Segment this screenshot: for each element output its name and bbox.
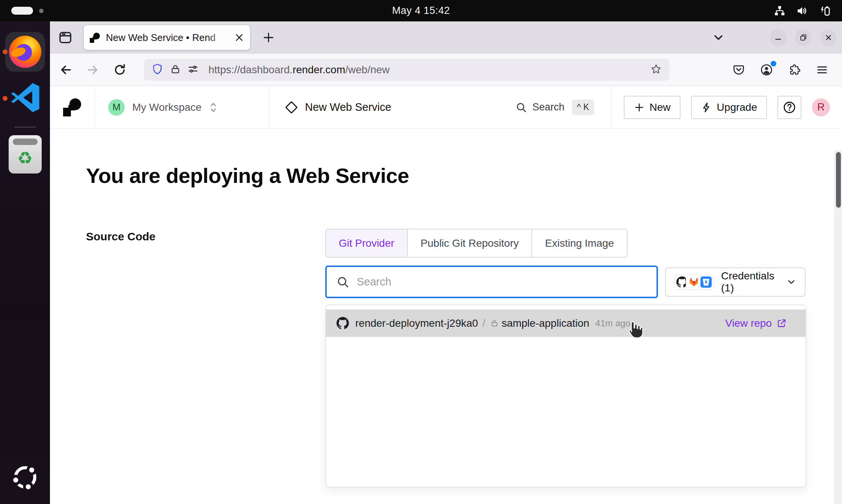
- dock-item-trash[interactable]: ♻: [0, 134, 50, 175]
- render-favicon-icon: [90, 33, 100, 43]
- firefox-icon: [9, 36, 41, 68]
- window-close-button[interactable]: [820, 29, 837, 46]
- scrollbar-thumb[interactable]: [836, 152, 841, 208]
- window-restore-button[interactable]: [795, 29, 812, 46]
- github-icon: [336, 317, 349, 329]
- private-lock-icon: [490, 319, 499, 327]
- search-label: Search: [532, 101, 564, 113]
- dock-item-vscode[interactable]: [0, 78, 50, 119]
- extensions-puzzle-icon[interactable]: [786, 62, 802, 78]
- back-button[interactable]: [57, 61, 75, 79]
- help-button[interactable]: [777, 96, 801, 119]
- tab-git-provider[interactable]: Git Provider: [326, 229, 408, 257]
- tab-strip: New Web Service • Rend: [50, 21, 842, 54]
- repo-separator: /: [483, 317, 486, 329]
- repo-owner: render-deployment-j29ka0: [355, 317, 478, 329]
- forward-button[interactable]: [84, 61, 102, 79]
- credentials-dropdown[interactable]: Credentials (1): [665, 267, 806, 297]
- tab-close-icon[interactable]: [234, 33, 244, 42]
- credential-provider-icons: [674, 275, 714, 290]
- header-actions: New Upgrade R: [612, 86, 842, 128]
- repo-updated-time: 41m ago: [595, 318, 630, 329]
- account-icon[interactable]: [759, 62, 774, 78]
- dock-divider: [14, 127, 36, 128]
- window-minimize-button[interactable]: [770, 29, 786, 46]
- source-code-label: Source Code: [86, 230, 155, 243]
- account-notification-dot: [771, 61, 776, 66]
- search-icon: [336, 276, 349, 288]
- source-tabs: Git Provider Public Git Repository Exist…: [325, 229, 628, 258]
- lock-icon[interactable]: [170, 64, 181, 76]
- bookmark-star-icon[interactable]: [650, 63, 662, 77]
- chevron-updown-icon: [208, 101, 218, 114]
- system-clock[interactable]: May 4 15:42: [392, 5, 450, 17]
- view-repo-link[interactable]: View repo: [725, 317, 787, 329]
- firefox-window: New Web Service • Rend https://dashboard…: [50, 21, 842, 504]
- user-avatar[interactable]: R: [812, 98, 830, 116]
- show-apps-button[interactable]: [0, 457, 50, 498]
- dock-item-firefox[interactable]: [0, 31, 50, 72]
- repo-search-input[interactable]: [357, 276, 647, 288]
- chevron-down-icon: [786, 277, 797, 287]
- upgrade-button[interactable]: Upgrade: [691, 96, 767, 119]
- main-content: You are deploying a Web Service Source C…: [50, 129, 842, 504]
- running-indicator-icon: [3, 50, 8, 54]
- dock: ♻: [0, 21, 50, 504]
- activities-indicator[interactable]: [11, 7, 33, 15]
- ubuntu-logo-icon: [10, 462, 41, 493]
- system-tray[interactable]: [774, 5, 831, 17]
- render-logo[interactable]: [50, 86, 95, 128]
- url-bar[interactable]: https://dashboard.render.com/web/new: [144, 59, 670, 81]
- pocket-icon[interactable]: [731, 62, 747, 78]
- network-icon: [774, 5, 786, 17]
- credentials-label: Credentials (1): [721, 270, 786, 294]
- list-all-tabs-button[interactable]: [712, 31, 725, 44]
- new-button[interactable]: New: [624, 96, 681, 119]
- global-search[interactable]: Search ^ K: [516, 100, 594, 115]
- tab-existing-image[interactable]: Existing Image: [532, 229, 627, 257]
- workspace-avatar: M: [108, 99, 125, 116]
- browser-tab[interactable]: New Web Service • Rend: [84, 25, 250, 50]
- tab-title-fade: [207, 28, 234, 47]
- tab-public-git-repository[interactable]: Public Git Repository: [408, 229, 532, 257]
- bitbucket-icon: [698, 275, 714, 290]
- workspace-dot-icon: [39, 9, 44, 13]
- connection-settings-icon[interactable]: [187, 63, 199, 76]
- search-shortcut-kbd: ^ K: [572, 100, 594, 115]
- repo-search-field[interactable]: [325, 266, 658, 298]
- dashboard-header: M My Workspace New Web Service Search ^ …: [50, 86, 842, 129]
- page-heading: You are deploying a Web Service: [86, 163, 409, 188]
- page-scrollbar[interactable]: [834, 151, 842, 504]
- external-link-icon: [776, 318, 787, 329]
- trash-icon: ♻: [9, 135, 42, 174]
- tracking-shield-icon[interactable]: [151, 63, 163, 77]
- mouse-cursor-hand-icon: [626, 320, 644, 340]
- hamburger-menu-icon[interactable]: [814, 62, 830, 78]
- browser-navbar: https://dashboard.render.com/web/new: [50, 54, 842, 86]
- vscode-icon: [8, 80, 42, 116]
- repo-name: sample-application: [502, 317, 589, 329]
- repo-list-panel: render-deployment-j29ka0 / sample-applic…: [325, 305, 806, 487]
- header-middle: New Web Service Search ^ K: [270, 86, 612, 128]
- url-text: https://dashboard.render.com/web/new: [208, 64, 390, 76]
- workspace-name: My Workspace: [132, 101, 202, 113]
- workspace-switcher[interactable]: M My Workspace: [95, 86, 270, 128]
- reload-button[interactable]: [111, 61, 129, 79]
- battery-icon: [819, 5, 831, 17]
- page-title: New Web Service: [305, 101, 391, 113]
- repo-row[interactable]: render-deployment-j29ka0 / sample-applic…: [326, 309, 806, 337]
- new-tab-button[interactable]: [258, 27, 279, 48]
- firefox-view-button[interactable]: [55, 27, 75, 48]
- volume-icon: [796, 5, 808, 17]
- running-indicator-icon: [3, 96, 8, 101]
- service-diamond-icon: [285, 101, 298, 114]
- render-dashboard-page: M My Workspace New Web Service Search ^ …: [50, 86, 842, 504]
- system-top-bar: May 4 15:42: [0, 0, 842, 21]
